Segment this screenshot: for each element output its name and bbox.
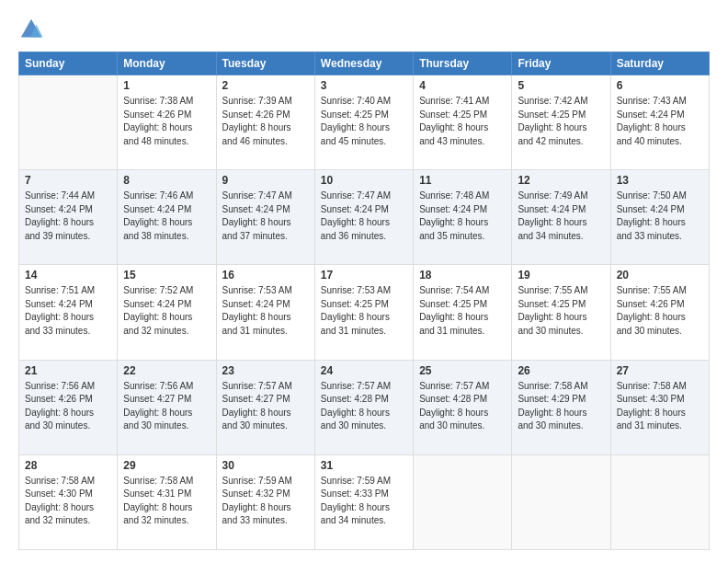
day-number: 5 [518,79,604,92]
day-number: 23 [222,364,309,377]
day-info: Sunrise: 7:41 AM Sunset: 4:25 PM Dayligh… [419,95,506,148]
page: SundayMondayTuesdayWednesdayThursdayFrid… [0,0,728,563]
day-number: 22 [123,364,210,377]
calendar-cell: 6Sunrise: 7:43 AM Sunset: 4:24 PM Daylig… [610,75,709,170]
calendar-cell: 16Sunrise: 7:53 AM Sunset: 4:24 PM Dayli… [216,265,314,360]
calendar-cell: 22Sunrise: 7:56 AM Sunset: 4:27 PM Dayli… [118,360,216,454]
day-info: Sunrise: 7:55 AM Sunset: 4:25 PM Dayligh… [518,284,604,338]
day-number: 12 [518,174,604,187]
day-number: 9 [222,174,309,187]
day-number: 7 [25,174,111,187]
day-info: Sunrise: 7:46 AM Sunset: 4:24 PM Dayligh… [123,190,210,243]
day-number: 4 [419,79,506,92]
day-number: 19 [518,269,604,282]
day-number: 28 [25,459,111,472]
day-info: Sunrise: 7:49 AM Sunset: 4:24 PM Dayligh… [518,190,604,243]
day-info: Sunrise: 7:48 AM Sunset: 4:24 PM Dayligh… [419,190,506,243]
day-info: Sunrise: 7:58 AM Sunset: 4:31 PM Dayligh… [123,475,210,528]
calendar-cell: 9Sunrise: 7:47 AM Sunset: 4:24 PM Daylig… [216,170,314,265]
day-number: 20 [617,269,703,282]
calendar-cell: 5Sunrise: 7:42 AM Sunset: 4:25 PM Daylig… [512,75,610,170]
day-info: Sunrise: 7:55 AM Sunset: 4:26 PM Dayligh… [617,284,703,338]
day-number: 1 [123,79,210,92]
day-info: Sunrise: 7:59 AM Sunset: 4:33 PM Dayligh… [321,475,407,528]
logo-icon [18,17,44,42]
calendar-week-row: 1Sunrise: 7:38 AM Sunset: 4:26 PM Daylig… [19,75,710,170]
day-info: Sunrise: 7:38 AM Sunset: 4:26 PM Dayligh… [123,95,210,148]
weekday-header: Saturday [610,52,709,75]
day-number: 17 [321,269,407,282]
day-number: 2 [222,79,309,92]
day-info: Sunrise: 7:51 AM Sunset: 4:24 PM Dayligh… [25,284,111,338]
day-info: Sunrise: 7:39 AM Sunset: 4:26 PM Dayligh… [222,95,309,148]
logo [18,17,48,42]
day-info: Sunrise: 7:56 AM Sunset: 4:27 PM Dayligh… [123,380,210,433]
calendar-cell: 11Sunrise: 7:48 AM Sunset: 4:24 PM Dayli… [414,170,512,265]
day-info: Sunrise: 7:47 AM Sunset: 4:24 PM Dayligh… [321,190,407,243]
calendar-cell: 7Sunrise: 7:44 AM Sunset: 4:24 PM Daylig… [19,170,118,265]
day-number: 18 [419,269,506,282]
weekday-header: Wednesday [314,52,413,75]
day-number: 29 [123,459,210,472]
day-number: 25 [419,364,506,377]
day-number: 6 [617,79,703,92]
day-info: Sunrise: 7:58 AM Sunset: 4:30 PM Dayligh… [617,380,703,433]
day-number: 21 [25,364,111,377]
calendar-cell: 4Sunrise: 7:41 AM Sunset: 4:25 PM Daylig… [414,75,512,170]
calendar-cell [19,75,118,170]
day-info: Sunrise: 7:40 AM Sunset: 4:25 PM Dayligh… [321,95,407,148]
day-info: Sunrise: 7:44 AM Sunset: 4:24 PM Dayligh… [25,190,111,243]
calendar-week-row: 7Sunrise: 7:44 AM Sunset: 4:24 PM Daylig… [19,170,710,265]
weekday-header: Tuesday [216,52,314,75]
calendar-cell: 27Sunrise: 7:58 AM Sunset: 4:30 PM Dayli… [610,360,709,454]
calendar-cell: 13Sunrise: 7:50 AM Sunset: 4:24 PM Dayli… [610,170,709,265]
day-info: Sunrise: 7:57 AM Sunset: 4:28 PM Dayligh… [321,380,407,433]
day-info: Sunrise: 7:43 AM Sunset: 4:24 PM Dayligh… [617,95,703,148]
day-number: 31 [321,459,407,472]
weekday-header: Thursday [414,52,512,75]
calendar-cell: 12Sunrise: 7:49 AM Sunset: 4:24 PM Dayli… [512,170,610,265]
day-info: Sunrise: 7:57 AM Sunset: 4:28 PM Dayligh… [419,380,506,433]
calendar-cell: 15Sunrise: 7:52 AM Sunset: 4:24 PM Dayli… [118,265,216,360]
day-number: 8 [123,174,210,187]
calendar-cell [610,454,709,549]
day-info: Sunrise: 7:54 AM Sunset: 4:25 PM Dayligh… [419,284,506,338]
day-info: Sunrise: 7:59 AM Sunset: 4:32 PM Dayligh… [222,475,309,528]
calendar-cell: 28Sunrise: 7:58 AM Sunset: 4:30 PM Dayli… [19,454,118,549]
weekday-header: Monday [118,52,216,75]
weekday-header: Friday [512,52,610,75]
day-number: 30 [222,459,309,472]
calendar-cell: 8Sunrise: 7:46 AM Sunset: 4:24 PM Daylig… [118,170,216,265]
day-info: Sunrise: 7:58 AM Sunset: 4:30 PM Dayligh… [25,475,111,528]
calendar-week-row: 21Sunrise: 7:56 AM Sunset: 4:26 PM Dayli… [19,360,710,454]
calendar-cell: 31Sunrise: 7:59 AM Sunset: 4:33 PM Dayli… [314,454,413,549]
day-info: Sunrise: 7:58 AM Sunset: 4:29 PM Dayligh… [518,380,604,433]
calendar-cell: 10Sunrise: 7:47 AM Sunset: 4:24 PM Dayli… [314,170,413,265]
calendar-cell: 17Sunrise: 7:53 AM Sunset: 4:25 PM Dayli… [314,265,413,360]
calendar-cell: 29Sunrise: 7:58 AM Sunset: 4:31 PM Dayli… [118,454,216,549]
day-number: 27 [617,364,703,377]
day-info: Sunrise: 7:50 AM Sunset: 4:24 PM Dayligh… [617,190,703,243]
day-info: Sunrise: 7:56 AM Sunset: 4:26 PM Dayligh… [25,380,111,433]
calendar-cell: 2Sunrise: 7:39 AM Sunset: 4:26 PM Daylig… [216,75,314,170]
day-number: 10 [321,174,407,187]
calendar-cell: 14Sunrise: 7:51 AM Sunset: 4:24 PM Dayli… [19,265,118,360]
day-number: 11 [419,174,506,187]
day-number: 3 [321,79,407,92]
day-info: Sunrise: 7:47 AM Sunset: 4:24 PM Dayligh… [222,190,309,243]
calendar-table: SundayMondayTuesdayWednesdayThursdayFrid… [18,52,710,550]
day-info: Sunrise: 7:53 AM Sunset: 4:24 PM Dayligh… [222,284,309,338]
day-number: 16 [222,269,309,282]
calendar-cell: 18Sunrise: 7:54 AM Sunset: 4:25 PM Dayli… [414,265,512,360]
day-number: 14 [25,269,111,282]
day-info: Sunrise: 7:53 AM Sunset: 4:25 PM Dayligh… [321,284,407,338]
calendar-cell: 23Sunrise: 7:57 AM Sunset: 4:27 PM Dayli… [216,360,314,454]
calendar-cell: 24Sunrise: 7:57 AM Sunset: 4:28 PM Dayli… [314,360,413,454]
calendar-cell [512,454,610,549]
weekday-header: Sunday [19,52,118,75]
calendar-week-row: 14Sunrise: 7:51 AM Sunset: 4:24 PM Dayli… [19,265,710,360]
day-number: 15 [123,269,210,282]
weekday-header-row: SundayMondayTuesdayWednesdayThursdayFrid… [19,52,710,75]
calendar-cell: 1Sunrise: 7:38 AM Sunset: 4:26 PM Daylig… [118,75,216,170]
calendar-cell: 19Sunrise: 7:55 AM Sunset: 4:25 PM Dayli… [512,265,610,360]
